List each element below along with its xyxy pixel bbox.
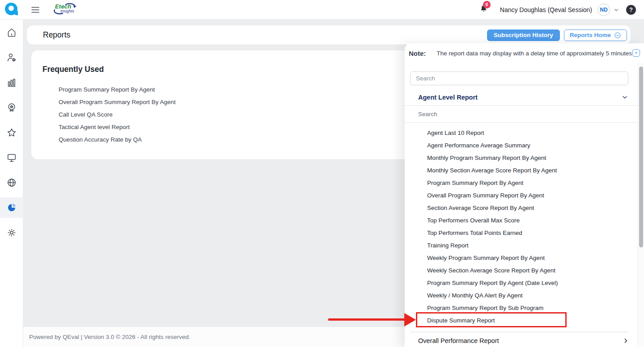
reports-panel-body: Agent Level Report Agent Last 10 Report … — [405, 63, 638, 347]
note-banner: Note: The report data may display with a… — [405, 43, 644, 63]
report-item[interactable]: Training Report — [405, 239, 638, 251]
page-title: Reports — [43, 30, 70, 40]
qeval-logo[interactable] — [0, 0, 23, 20]
collapsed-section-title: Overall Performance Report — [418, 337, 499, 344]
sidebar-item-settings[interactable] — [0, 222, 23, 243]
home-icon — [6, 27, 17, 38]
user-name: Nancy Doughlas (Qeval Session) — [500, 6, 592, 13]
globe-icon — [6, 177, 17, 188]
chevron-down-icon — [621, 94, 629, 100]
left-sidebar — [0, 20, 23, 347]
reports-home-label: Reports Home — [570, 32, 611, 38]
avatar[interactable]: ND — [597, 4, 610, 16]
sidebar-item-global[interactable] — [0, 172, 23, 193]
note-close-button[interactable]: × — [632, 49, 640, 57]
monitor-icon — [6, 152, 17, 163]
brand-subname: Insights — [60, 9, 74, 13]
panel-search-input[interactable] — [410, 71, 628, 85]
report-item[interactable]: Program Summary Report By Agent — [405, 176, 638, 189]
footer-text: Powered by QEval | Version 3.0 © 2026 - … — [29, 334, 191, 340]
report-item[interactable]: Agent Last 10 Report — [405, 126, 638, 139]
report-item[interactable]: Agent Performance Average Summary — [405, 139, 638, 151]
sidebar-item-quality[interactable] — [0, 97, 23, 118]
page-header-bar: Reports Subscription History Reports Hom… — [27, 25, 631, 45]
report-item[interactable]: Monthly Program Summary Report By Agent — [405, 151, 638, 164]
subscription-history-button[interactable]: Subscription History — [487, 29, 560, 41]
sidebar-item-monitoring[interactable] — [0, 147, 23, 168]
sidebar-item-reports[interactable] — [0, 197, 23, 218]
section-overall-performance-report[interactable]: Overall Performance Report — [405, 332, 638, 347]
gear-icon — [6, 227, 17, 238]
award-icon — [6, 102, 17, 113]
notification-badge: 0 — [483, 1, 491, 8]
sidebar-item-home[interactable] — [0, 22, 23, 43]
sidebar-item-statistics[interactable] — [0, 72, 23, 93]
scrollbar-thumb[interactable] — [639, 67, 643, 247]
circle-chevron-down-icon — [614, 32, 621, 39]
note-label: Note: — [409, 50, 426, 57]
notifications-button[interactable]: 0 — [479, 4, 488, 16]
sidebar-item-favorites[interactable] — [0, 122, 23, 143]
top-bar: Etech Insights 0 Nancy Doughlas (Qeval S… — [0, 0, 644, 20]
chevron-right-icon — [623, 337, 629, 344]
reports-home-button[interactable]: Reports Home — [564, 29, 627, 41]
report-item[interactable]: Top Performers Overall Max Score — [405, 214, 638, 226]
pie-chart-icon — [6, 202, 17, 213]
user-menu-button[interactable] — [613, 7, 619, 13]
section-search-input[interactable] — [405, 106, 638, 123]
report-item[interactable]: Overall Program Summary Report By Agent — [405, 189, 638, 201]
report-item-dispute-summary[interactable]: Dispute Summary Report — [405, 314, 638, 326]
star-icon — [6, 127, 17, 138]
report-item[interactable]: Top Performers Total Points Earned — [405, 226, 638, 239]
chevron-down-icon — [613, 7, 619, 13]
section-title: Agent Level Report — [418, 94, 478, 101]
report-item[interactable]: Program Summary Report By Agent (Date Le… — [405, 276, 638, 289]
report-item[interactable]: Weekly Section Average Score Report By A… — [405, 264, 638, 276]
hamburger-icon — [31, 7, 39, 13]
qeval-q-icon — [4, 1, 20, 18]
report-item[interactable]: Program Summary Report By Sub Program — [405, 301, 638, 314]
user-settings-icon — [6, 52, 17, 63]
help-button[interactable]: ? — [626, 5, 636, 15]
note-text: The report data may display with a delay… — [436, 50, 632, 57]
etech-insights-logo: Etech Insights — [51, 2, 78, 17]
sidebar-item-user-management[interactable] — [0, 47, 23, 68]
reports-panel: Note: The report data may display with a… — [405, 43, 644, 347]
section-agent-level-report[interactable]: Agent Level Report — [405, 89, 638, 106]
panel-scrollbar — [638, 63, 644, 347]
annotation-arrow-line — [328, 318, 405, 321]
report-item[interactable]: Weekly Program Summary Report By Agent — [405, 251, 638, 264]
report-list: Agent Last 10 Report Agent Performance A… — [405, 123, 638, 326]
report-item[interactable]: Monthly Section Average Score Report By … — [405, 164, 638, 176]
report-item[interactable]: Weekly / Monthly QA Alert By Agent — [405, 289, 638, 301]
report-item[interactable]: Section Average Score Report By Agent — [405, 201, 638, 214]
hamburger-menu-button[interactable] — [31, 7, 39, 13]
bar-chart-icon — [6, 77, 17, 88]
